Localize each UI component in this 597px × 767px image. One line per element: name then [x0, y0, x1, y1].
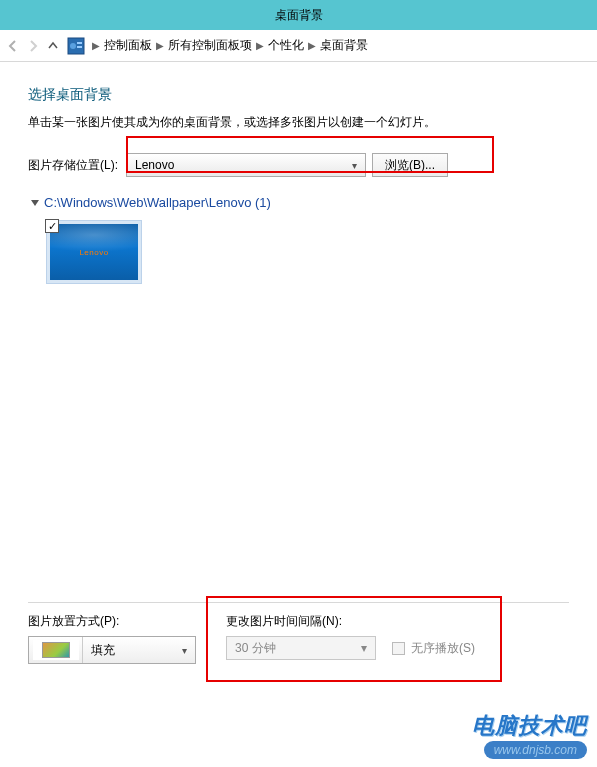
watermark-url: www.dnjsb.com — [484, 741, 587, 759]
breadcrumb-item[interactable]: 个性化 — [268, 37, 304, 54]
thumbnail-brand: Lenovo — [79, 248, 108, 257]
placement-dropdown[interactable]: 填充 ▾ — [28, 636, 196, 664]
placement-value: 填充 — [83, 642, 174, 659]
folder-path: C:\Windows\Web\Wallpaper\Lenovo (1) — [44, 195, 271, 210]
breadcrumb-item[interactable]: 所有控制面板项 — [168, 37, 252, 54]
chevron-right-icon: ▶ — [256, 40, 264, 51]
up-arrow-icon[interactable] — [46, 39, 60, 53]
bottom-panel: 图片放置方式(P): 填充 ▾ 更改图片时间间隔(N): 30 分钟 ▾ 无序播… — [0, 602, 597, 664]
control-panel-icon — [66, 36, 86, 56]
thumbnail-image: Lenovo — [50, 224, 138, 280]
thumbnail-checkbox[interactable]: ✓ — [45, 219, 59, 233]
wallpaper-list: C:\Windows\Web\Wallpaper\Lenovo (1) Leno… — [28, 195, 569, 284]
page-subtext: 单击某一张图片使其成为你的桌面背景，或选择多张图片以创建一个幻灯片。 — [28, 114, 569, 131]
chevron-right-icon: ▶ — [92, 40, 100, 51]
collapse-triangle-icon[interactable] — [31, 200, 39, 206]
divider — [28, 602, 569, 603]
back-arrow-icon[interactable] — [6, 39, 20, 53]
placement-preview-icon — [29, 637, 83, 663]
chevron-right-icon: ▶ — [308, 40, 316, 51]
interval-dropdown: 30 分钟 ▾ — [226, 636, 376, 660]
interval-column: 更改图片时间间隔(N): 30 分钟 ▾ 无序播放(S) — [226, 613, 569, 664]
window-title: 桌面背景 — [275, 7, 323, 24]
title-bar: 桌面背景 — [0, 0, 597, 30]
interval-label: 更改图片时间间隔(N): — [226, 613, 569, 630]
shuffle-option: 无序播放(S) — [392, 640, 475, 657]
location-value: Lenovo — [135, 158, 174, 172]
chevron-down-icon: ▾ — [361, 641, 367, 655]
placement-label: 图片放置方式(P): — [28, 613, 196, 630]
nav-bar: ▶ 控制面板 ▶ 所有控制面板项 ▶ 个性化 ▶ 桌面背景 — [0, 30, 597, 62]
watermark-title: 电脑技术吧 — [472, 711, 587, 741]
page-heading: 选择桌面背景 — [28, 86, 569, 104]
folder-row[interactable]: C:\Windows\Web\Wallpaper\Lenovo (1) — [32, 195, 569, 210]
breadcrumb-item[interactable]: 控制面板 — [104, 37, 152, 54]
breadcrumb[interactable]: ▶ 控制面板 ▶ 所有控制面板项 ▶ 个性化 ▶ 桌面背景 — [92, 37, 368, 54]
shuffle-checkbox — [392, 642, 405, 655]
breadcrumb-item[interactable]: 桌面背景 — [320, 37, 368, 54]
watermark: 电脑技术吧 www.dnjsb.com — [472, 711, 587, 759]
chevron-down-icon: ▾ — [174, 645, 195, 656]
chevron-down-icon: ▾ — [352, 160, 357, 171]
svg-rect-3 — [77, 46, 82, 48]
shuffle-label: 无序播放(S) — [411, 640, 475, 657]
browse-button[interactable]: 浏览(B)... — [372, 153, 448, 177]
svg-rect-2 — [77, 42, 82, 44]
forward-arrow-icon[interactable] — [26, 39, 40, 53]
content-area: 选择桌面背景 单击某一张图片使其成为你的桌面背景，或选择多张图片以创建一个幻灯片… — [0, 62, 597, 284]
location-label: 图片存储位置(L): — [28, 157, 118, 174]
chevron-right-icon: ▶ — [156, 40, 164, 51]
location-dropdown[interactable]: Lenovo ▾ — [126, 153, 366, 177]
interval-value: 30 分钟 — [235, 640, 276, 657]
wallpaper-thumbnail[interactable]: Lenovo ✓ — [46, 220, 142, 284]
svg-point-1 — [70, 43, 76, 49]
placement-column: 图片放置方式(P): 填充 ▾ — [28, 613, 196, 664]
location-row: 图片存储位置(L): Lenovo ▾ 浏览(B)... — [28, 153, 569, 177]
